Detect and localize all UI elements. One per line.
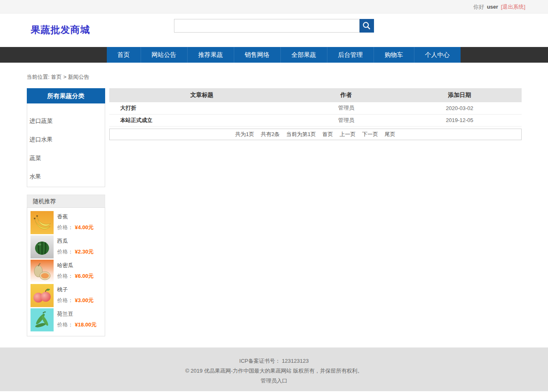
breadcrumb-home-link[interactable]: 首页 xyxy=(51,74,62,80)
product-price: ¥6.00元 xyxy=(75,273,94,279)
pagination-prev-link[interactable]: 上一页 xyxy=(339,131,355,137)
nav-item-home[interactable]: 首页 xyxy=(107,47,141,63)
nav-item-announcements[interactable]: 网站公告 xyxy=(141,47,188,63)
nav-item-sales-network[interactable]: 销售网络 xyxy=(234,47,281,63)
product-item-snow-pea[interactable]: 荷兰豆 价格：¥18.00元 xyxy=(31,308,101,331)
product-name: 桃子 xyxy=(57,286,94,293)
random-recommend-list: 香蕉 价格：¥4.00元 xyxy=(27,207,105,336)
table-row: 本站正式成立 管理员 2019-12-05 xyxy=(109,114,522,126)
price-label: 价格： xyxy=(57,224,73,230)
product-name: 哈密瓜 xyxy=(57,262,94,269)
search-input[interactable] xyxy=(174,19,360,33)
product-item-banana[interactable]: 香蕉 价格：¥4.00元 xyxy=(31,211,101,234)
category-panel-title: 所有果蔬分类 xyxy=(27,88,105,103)
category-item-imported-vegetables[interactable]: 进口蔬菜 xyxy=(27,112,105,130)
product-name: 西瓜 xyxy=(57,237,94,245)
table-row: 大打折 管理员 2020-03-02 xyxy=(109,102,522,114)
username-text: user xyxy=(487,4,498,10)
banana-icon xyxy=(31,211,54,234)
nav-item-cart[interactable]: 购物车 xyxy=(374,47,414,63)
category-list: 进口蔬菜 进口水果 蔬菜 水果 xyxy=(27,103,105,187)
category-item-vegetables[interactable]: 蔬菜 xyxy=(27,149,105,167)
article-title-link[interactable]: 大打折 xyxy=(109,102,295,114)
breadcrumb-current: 新闻公告 xyxy=(68,74,89,80)
breadcrumb: 当前位置: 首页 > 新闻公告 xyxy=(27,73,522,81)
logout-link[interactable]: [退出系统] xyxy=(501,4,525,10)
pagination-current-page: 当前为第1页 xyxy=(286,131,316,137)
price-label: 价格： xyxy=(57,297,73,303)
product-price: ¥2.30元 xyxy=(75,249,94,255)
watermelon-icon xyxy=(31,235,54,258)
pagination-bar: 共为1页 共有2条 当前为第1页 首页 上一页 下一页 尾页 xyxy=(109,129,522,140)
product-info: 哈密瓜 价格：¥6.00元 xyxy=(57,260,94,283)
price-label: 价格： xyxy=(57,322,73,328)
search-box xyxy=(174,19,374,33)
column-header-author: 作者 xyxy=(295,88,398,102)
column-header-date: 添加日期 xyxy=(398,88,522,102)
product-info: 桃子 价格：¥3.00元 xyxy=(57,284,94,307)
category-item-imported-fruit[interactable]: 进口水果 xyxy=(27,130,105,149)
pagination-total-pages: 共为1页 xyxy=(235,131,254,137)
random-recommend-title: 随机推荐 xyxy=(27,195,105,207)
pagination-first-link[interactable]: 首页 xyxy=(322,131,333,137)
breadcrumb-label: 当前位置: xyxy=(27,74,50,80)
peach-icon xyxy=(31,284,54,307)
site-logo[interactable]: 果蔬批发商城 xyxy=(31,23,90,36)
product-info: 西瓜 价格：¥2.30元 xyxy=(57,235,94,258)
copyright-text: © 2019 优品果蔬网-力作中国最大的果蔬网站 版权所有，并保留所有权利。 xyxy=(0,366,548,376)
product-name: 香蕉 xyxy=(57,213,94,221)
nav-menu: 首页 网站公告 推荐果蔬 销售网络 全部果蔬 后台管理 购物车 个人中心 xyxy=(107,47,522,63)
product-item-watermelon[interactable]: 西瓜 价格：¥2.30元 xyxy=(31,235,101,258)
random-recommend-panel: 随机推荐 xyxy=(27,195,105,336)
greeting-text: 你好 xyxy=(473,4,484,10)
article-date: 2020-03-02 xyxy=(398,102,522,114)
article-author: 管理员 xyxy=(295,114,398,126)
column-header-title: 文章标题 xyxy=(109,88,295,102)
product-price: ¥3.00元 xyxy=(75,297,94,303)
product-price: ¥4.00元 xyxy=(75,224,94,230)
table-header-row: 文章标题 作者 添加日期 xyxy=(109,88,522,102)
main-navbar: 首页 网站公告 推荐果蔬 销售网络 全部果蔬 后台管理 购物车 个人中心 xyxy=(0,47,548,63)
nav-item-recommended[interactable]: 推荐果蔬 xyxy=(188,47,234,63)
pagination-next-link[interactable]: 下一页 xyxy=(362,131,378,137)
search-icon xyxy=(362,21,372,31)
main-content: 文章标题 作者 添加日期 大打折 管理员 2020-03-02 本站正式成立 管… xyxy=(109,88,522,140)
price-label: 价格： xyxy=(57,273,73,279)
page-body: 当前位置: 首页 > 新闻公告 所有果蔬分类 进口蔬菜 进口水果 蔬菜 水果 随… xyxy=(27,63,522,347)
pagination-last-link[interactable]: 尾页 xyxy=(385,131,395,137)
breadcrumb-separator: > xyxy=(63,74,66,80)
search-button[interactable] xyxy=(360,19,374,33)
price-label: 价格： xyxy=(57,249,73,255)
articles-table: 文章标题 作者 添加日期 大打折 管理员 2020-03-02 本站正式成立 管… xyxy=(109,88,522,127)
nav-item-admin[interactable]: 后台管理 xyxy=(327,47,374,63)
article-author: 管理员 xyxy=(295,102,398,114)
topbar: 你好 user [退出系统] xyxy=(0,0,548,14)
product-name: 荷兰豆 xyxy=(57,310,97,318)
hami-melon-icon xyxy=(31,260,54,283)
article-date: 2019-12-05 xyxy=(398,114,522,126)
sidebar: 所有果蔬分类 进口蔬菜 进口水果 蔬菜 水果 随机推荐 xyxy=(27,88,105,336)
product-info: 香蕉 价格：¥4.00元 xyxy=(57,211,94,234)
nav-item-profile[interactable]: 个人中心 xyxy=(414,47,461,63)
product-price: ¥18.00元 xyxy=(75,322,97,328)
pagination-total-items: 共有2条 xyxy=(261,131,280,137)
article-title-link[interactable]: 本站正式成立 xyxy=(109,114,295,126)
site-footer: ICP备案证书号： 123123123 © 2019 优品果蔬网-力作中国最大的… xyxy=(0,347,548,391)
admin-entrance-link[interactable]: 管理员入口 xyxy=(261,378,287,384)
product-info: 荷兰豆 价格：¥18.00元 xyxy=(57,308,97,331)
nav-item-all-products[interactable]: 全部果蔬 xyxy=(281,47,327,63)
snow-pea-icon xyxy=(31,308,54,331)
product-item-hami-melon[interactable]: 哈密瓜 价格：¥6.00元 xyxy=(31,260,101,283)
category-item-fruit[interactable]: 水果 xyxy=(27,167,105,186)
site-header: 果蔬批发商城 xyxy=(0,14,548,47)
icp-text: ICP备案证书号： 123123123 xyxy=(0,356,548,366)
product-item-peach[interactable]: 桃子 价格：¥3.00元 xyxy=(31,284,101,307)
